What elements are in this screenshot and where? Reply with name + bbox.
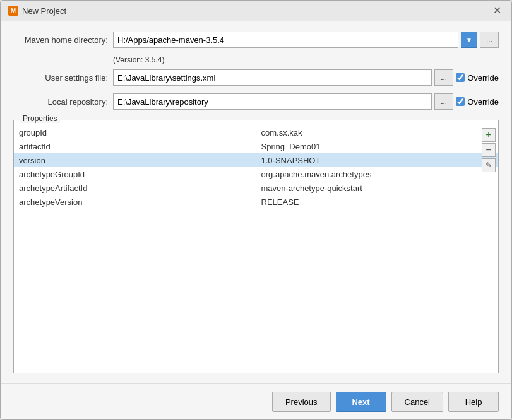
maven-row: Maven home directory: ▼ ... (13, 32, 499, 48)
table-row[interactable]: archetypeGroupIdorg.apache.maven.archety… (14, 167, 498, 181)
properties-title: Properties (20, 114, 60, 123)
table-row[interactable]: archetypeArtifactIdmaven-archetype-quick… (14, 181, 498, 195)
dialog-window: M New Project ✕ Maven home directory: ▼ … (0, 0, 512, 420)
user-settings-override-checkbox[interactable] (456, 73, 465, 82)
dropdown-icon: ▼ (466, 37, 472, 44)
user-settings-input[interactable] (113, 69, 432, 86)
edit-icon: ✎ (485, 161, 492, 170)
property-key: archetypeArtifactId (14, 181, 256, 195)
local-repo-override-label: Override (467, 97, 499, 107)
title-bar-left: M New Project (8, 6, 66, 16)
user-settings-override-label: Override (467, 73, 499, 83)
property-value: Spring_Demo01 (256, 139, 499, 153)
remove-icon: − (485, 144, 491, 156)
dialog-title: New Project (22, 6, 66, 16)
dialog-content: Maven home directory: ▼ ... (Version: 3.… (1, 21, 511, 383)
maven-input[interactable] (113, 32, 458, 48)
table-row[interactable]: archetypeVersionRELEASE (14, 195, 498, 209)
maven-label: Maven home directory: (13, 35, 108, 45)
close-button[interactable]: ✕ (491, 6, 504, 16)
add-property-button[interactable]: + (482, 128, 496, 142)
property-key: archetypeGroupId (14, 167, 256, 181)
local-repo-browse-button[interactable]: ... (434, 93, 453, 110)
maven-browse-button[interactable]: ... (480, 32, 499, 48)
close-icon: ✕ (493, 5, 501, 16)
maven-input-group: ▼ ... (113, 32, 499, 48)
property-value: 1.0-SNAPSHOT (256, 153, 499, 167)
cancel-button[interactable]: Cancel (391, 392, 443, 412)
table-row[interactable]: groupIdcom.sx.kak (14, 125, 498, 139)
user-settings-browse-button[interactable]: ... (434, 69, 453, 86)
local-repo-label: Local repository: (13, 97, 108, 107)
property-value: RELEASE (256, 195, 499, 209)
add-icon: + (485, 129, 491, 141)
user-settings-input-group: ... Override (113, 69, 499, 86)
user-settings-label: User settings file: (13, 73, 108, 83)
property-value: org.apache.maven.archetypes (256, 167, 499, 181)
remove-property-button[interactable]: − (482, 143, 496, 157)
property-key: version (14, 153, 256, 167)
table-row[interactable]: artifactIdSpring_Demo01 (14, 139, 498, 153)
browse-label-2: ... (441, 73, 447, 82)
properties-table: groupIdcom.sx.kakartifactIdSpring_Demo01… (14, 125, 498, 209)
help-button[interactable]: Help (448, 392, 499, 412)
props-actions: + − ✎ (479, 125, 498, 175)
property-key: artifactId (14, 139, 256, 153)
property-key: groupId (14, 125, 256, 139)
properties-group: Properties groupIdcom.sx.kakartifactIdSp… (13, 120, 499, 373)
maven-version-text: (Version: 3.5.4) (113, 55, 499, 64)
local-repo-row: Local repository: ... Override (13, 93, 499, 110)
user-settings-row: User settings file: ... Override (13, 69, 499, 86)
local-repo-override-checkbox[interactable] (456, 97, 465, 106)
local-repo-input-group: ... Override (113, 93, 499, 110)
property-value: com.sx.kak (256, 125, 499, 139)
local-repo-input[interactable] (113, 93, 432, 110)
maven-dropdown-button[interactable]: ▼ (461, 32, 477, 48)
property-key: archetypeVersion (14, 195, 256, 209)
browse-label-3: ... (441, 97, 447, 106)
previous-button[interactable]: Previous (272, 392, 331, 412)
icon-letter: M (11, 8, 16, 15)
user-settings-override-group: Override (456, 73, 499, 83)
dialog-icon: M (8, 6, 18, 16)
dialog-footer: Previous Next Cancel Help (1, 383, 511, 419)
title-bar: M New Project ✕ (1, 1, 511, 21)
local-repo-override-group: Override (456, 97, 499, 107)
table-row[interactable]: version1.0-SNAPSHOT (14, 153, 498, 167)
property-value: maven-archetype-quickstart (256, 181, 499, 195)
edit-property-button[interactable]: ✎ (482, 158, 496, 172)
browse-label: ... (486, 35, 492, 44)
next-button[interactable]: Next (336, 392, 386, 412)
